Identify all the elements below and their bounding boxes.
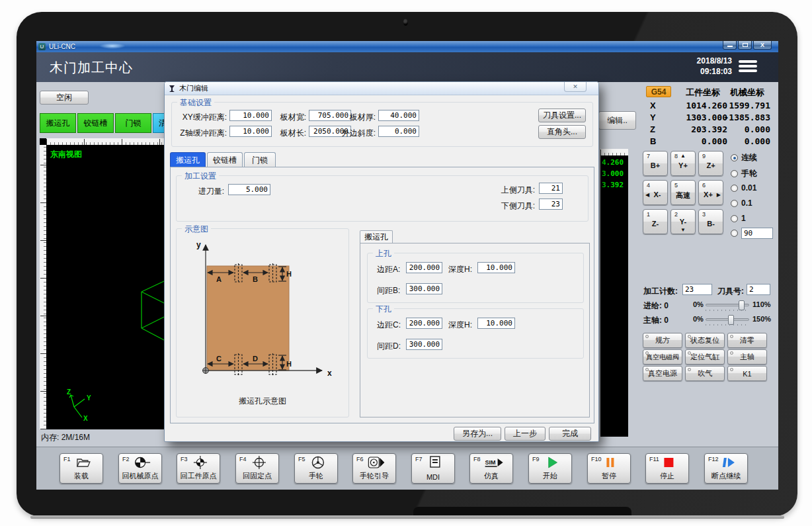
f7-mdi-button[interactable]: F7 MDI [411,453,455,484]
board-thick-input[interactable] [378,110,419,121]
minimize-button[interactable] [723,41,737,50]
io-status-reset-button[interactable]: 状态复位 [685,333,725,348]
work-coord-header: 工件坐标 [680,87,726,99]
finish-button[interactable]: 完成 [549,427,591,441]
f9-start-button[interactable]: F9 开始 [528,453,572,484]
edge-slope-input[interactable] [378,126,419,137]
jog-x-plus-button[interactable]: 6▶X+ [698,180,723,205]
maximize-button[interactable] [738,41,752,50]
xy-buffer-input[interactable] [229,110,272,121]
dialog-tab-carry-holes[interactable]: 搬运孔 [170,152,206,167]
depth-h-lower-input[interactable] [477,318,515,329]
work-count-input[interactable] [682,284,712,295]
mode-custom-step-radio[interactable] [731,228,773,239]
g54-badge[interactable]: G54 [646,86,671,97]
jog-y-minus-button[interactable]: 2Y-▼ [670,209,696,234]
io-k1-button[interactable]: K1 [727,366,767,381]
holes-subpanel: 上孔 边距A: 深度H: 间距B: 下孔 边距C: 深度H: 间距D: [360,243,590,417]
tool-number-input[interactable] [747,284,770,295]
clipped-coord-z: 3.392 [602,181,624,189]
diagram-x-label: x [327,369,332,378]
f12-resume-button[interactable]: F12 断点继续 [704,453,748,484]
holes-subtab[interactable]: 搬运孔 [360,230,393,243]
f2-machine-origin-button[interactable]: F2 回机械原点 [118,453,162,484]
spindle-override-label: 主轴: 0 [643,315,669,326]
f5-handwheel-button[interactable]: F5 手轮 [294,453,338,484]
group-title: 下孔 [373,304,394,315]
jog-b-plus-button[interactable]: 7B+ [643,151,668,176]
down-arrow-icon: ▼ [671,227,695,233]
edge-a-input[interactable] [406,262,442,273]
io-locating-cylinder-button[interactable]: 定位气缸 [685,349,725,365]
left-tab-carry-holes[interactable]: 搬运孔 [40,113,76,133]
left-tab-door-lock[interactable]: 门锁 [115,113,151,133]
dialog-close-button[interactable]: ✕ [564,82,587,92]
upper-tool-input[interactable] [539,183,563,194]
spindle-slider-track[interactable] [706,318,749,321]
right-angle-head-button[interactable]: 直角头... [538,125,586,139]
custom-step-input[interactable] [741,228,773,239]
gap-d-input[interactable] [406,339,442,350]
mode-step-01-radio[interactable]: 0.1 [731,198,752,208]
header-date: 2018/8/13 [659,56,732,66]
gap-d-label: 间距D: [377,341,401,352]
jog-y-plus-button[interactable]: 8▲Y+ [670,151,696,176]
board-width-input[interactable] [309,110,351,121]
mode-handwheel-radio[interactable]: 手轮 [731,168,757,179]
indicator-dot [645,335,649,338]
edge-a-label: 边距A: [377,264,400,275]
jog-z-plus-button[interactable]: 9Z+ [698,151,723,176]
io-clear-button[interactable]: 清零 [727,333,767,348]
io-spindle-button[interactable]: 主轴 [727,349,767,365]
menu-icon[interactable] [739,60,757,73]
f6-handwheel-guide-button[interactable]: F6 手轮引导 [352,453,396,484]
io-vacuum-valve-button[interactable]: 真空电磁阀 [643,349,682,365]
tool-setup-button[interactable]: 刀具设置... [538,109,586,122]
dialog-tab-panel: 加工设置 进刀量: 上侧刀具: 下侧刀具: 示意图 [170,167,594,423]
io-air-blow-button[interactable]: 吹气 [685,366,725,381]
previous-step-button[interactable]: 上一步 [505,427,546,441]
mode-step-1-radio[interactable]: 1 [731,214,746,223]
radio-icon [731,154,738,161]
io-square-button[interactable]: 规方 [643,333,682,348]
dialog-tab-hinge-slot[interactable]: 铰链槽 [207,152,243,167]
f3-work-origin-button[interactable]: F3 回工件原点 [177,453,220,484]
jog-z-minus-button[interactable]: 1Z- [643,209,668,234]
f4-fixed-point-button[interactable]: F4 回固定点 [235,453,279,484]
save-as-button[interactable]: 另存为... [454,427,501,441]
f11-stop-button[interactable]: F11 停止 [645,453,689,484]
feed-slider-thumb[interactable] [739,300,745,310]
axis-row-y-machine: -1385.883 [717,112,770,122]
jog-rapid-button[interactable]: 5高速 [670,180,696,205]
axis-row-b-name: B [650,136,661,146]
z-buffer-input[interactable] [229,126,272,137]
cut-feed-input[interactable] [228,184,270,195]
f10-pause-button[interactable]: F10 暂停 [587,453,631,484]
f8-simulate-button[interactable]: F8 SIM 仿真 [469,453,513,484]
indicator-dot [730,351,733,355]
lower-tool-input[interactable] [539,198,563,210]
mode-step-001-radio[interactable]: 0.01 [731,183,756,193]
mode-continuous-radio[interactable]: 连续 [731,152,757,163]
close-button[interactable]: X [753,41,772,50]
jog-b-minus-button[interactable]: 3B- [698,209,723,234]
function-key-bar: F1 装载 F2 回机械原点 F3 [36,447,778,490]
dialog-tab-door-lock[interactable]: 门锁 [244,152,276,167]
axis-triad-icon: Z Y X [65,388,94,421]
depth-h-upper-input[interactable] [477,262,515,273]
handwheel-guide-icon [367,455,386,470]
status-idle-button[interactable]: 空闲 [40,91,89,105]
spindle-slider-thumb[interactable] [728,315,734,325]
edge-c-input[interactable] [406,318,442,329]
io-vacuum-power-button[interactable]: 真空电源 [643,366,682,381]
gap-b-input[interactable] [406,283,442,294]
f1-load-button[interactable]: F1 装载 [60,453,103,484]
jog-x-minus-button[interactable]: 4◀X- [643,180,668,205]
titlebar-glow [99,43,126,49]
machine-origin-icon [134,455,151,470]
dialog-icon [168,85,176,93]
3d-viewport[interactable]: 东南视图 [40,138,165,429]
edit-button[interactable]: 编辑.. [598,111,636,130]
left-tab-hinge-slot[interactable]: 铰链槽 [77,113,114,133]
start-play-icon [545,455,559,470]
